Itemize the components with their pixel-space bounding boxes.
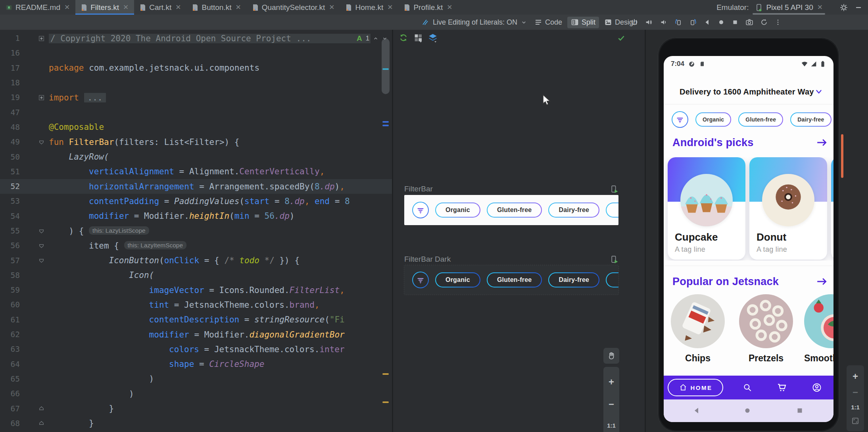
volume-down-button[interactable] [659, 18, 668, 27]
token: / Copyright 2020 The Android Open Source… [49, 34, 371, 43]
code-line-54: 54modifier = Modifier.heightIn(min = 56.… [0, 209, 392, 224]
nav-cart-button[interactable] [776, 382, 787, 393]
close-icon[interactable]: ✕ [64, 4, 70, 11]
layout-grid-icon[interactable] [413, 33, 423, 42]
nav-search-button[interactable] [742, 382, 753, 393]
code-text: verticalAlignment = Alignment.CenterVert… [49, 167, 392, 176]
android-overview-button[interactable] [795, 406, 805, 415]
close-icon[interactable]: ✕ [447, 4, 452, 11]
fold-open-icon[interactable] [38, 243, 44, 249]
zoom-actual-button[interactable]: 1:1 [607, 422, 616, 429]
mode-split[interactable]: Split [567, 17, 599, 28]
nav-profile-button[interactable] [812, 382, 822, 393]
pan-tool-button[interactable] [603, 348, 619, 364]
back-button[interactable] [703, 18, 711, 26]
live-edit-toggle[interactable]: Live Editing of Literals: ON [421, 15, 527, 30]
layers-icon[interactable] [428, 33, 438, 42]
snack-card-cupcake[interactable]: CupcakeA tag line [668, 157, 745, 260]
filter-chip-organic[interactable]: Organic [695, 112, 731, 127]
file-tab-profile-kt[interactable]: Profile.kt✕ [398, 0, 458, 15]
zoom-out-button[interactable]: − [609, 399, 614, 409]
zoom-in-button[interactable]: + [853, 372, 858, 381]
prev-issue-icon[interactable] [373, 36, 378, 41]
close-icon[interactable]: ✕ [175, 4, 181, 11]
filter-icon[interactable] [672, 111, 688, 128]
editor-scrollbar[interactable] [382, 39, 390, 94]
file-tab-button-kt[interactable]: Button.kt✕ [186, 0, 246, 15]
rotate-right-button[interactable] [689, 18, 697, 27]
filter-chip-organic[interactable]: Organic [435, 202, 480, 218]
rotate-left-button[interactable] [674, 18, 683, 27]
filter-icon[interactable] [412, 202, 429, 218]
popular-item-pretzels[interactable]: Pretzels [739, 294, 793, 348]
close-icon[interactable]: ✕ [235, 4, 241, 11]
mode-code[interactable]: Code [531, 17, 566, 28]
sync-refresh-icon[interactable] [399, 33, 408, 42]
close-icon[interactable]: ✕ [123, 4, 129, 11]
close-icon[interactable]: ✕ [387, 4, 393, 11]
delivery-address-row[interactable]: Delivery to 1600 Amphitheater Way [664, 82, 833, 101]
fold-plus-icon[interactable] [38, 94, 44, 100]
emulator-screen[interactable]: 7:04 Delivery to 1600 Amphitheater Way O… [664, 56, 833, 422]
token: Icon( [129, 270, 154, 280]
code-editor[interactable]: 1/ Copyright 2020 The Android Open Sourc… [0, 30, 392, 432]
filter-chip-gluten-free[interactable]: Gluten-free [487, 272, 542, 287]
fold-open-icon[interactable] [38, 228, 44, 234]
code-line-16: 16 [0, 46, 392, 60]
fold-plus-icon[interactable] [38, 35, 44, 41]
scrollbar-mark [382, 373, 389, 375]
fold-close-icon[interactable] [38, 420, 44, 426]
popular-item-smooth[interactable]: Smooth [804, 294, 833, 348]
line-number: 62 [0, 330, 20, 339]
token: ) [290, 211, 295, 221]
snack-card-donut[interactable]: DonutA tag line [749, 157, 827, 260]
token: */ [259, 256, 275, 265]
close-icon[interactable]: ✕ [817, 4, 823, 11]
chevron-down-icon[interactable] [814, 87, 823, 96]
fold-close-icon[interactable] [38, 406, 44, 412]
overview-button[interactable] [731, 18, 739, 26]
popular-item-chips[interactable]: Chips [671, 294, 725, 348]
filter-chip-organic[interactable]: Organic [435, 272, 480, 287]
fold-open-icon[interactable] [38, 139, 44, 145]
file-tab-quantityselector-kt[interactable]: QuantitySelector.kt✕ [247, 0, 340, 15]
zoom-out-button[interactable]: − [853, 388, 858, 397]
hide-panel-icon[interactable] [855, 4, 862, 12]
fold-open-icon[interactable] [38, 258, 44, 264]
android-back-button[interactable] [692, 406, 701, 415]
token: FilterList [290, 285, 340, 295]
inspections-widget[interactable]: A 1 [354, 33, 390, 44]
zoom-actual-button[interactable]: 1:1 [851, 404, 860, 411]
file-tab-filters-kt[interactable]: Filters.kt✕ [75, 0, 134, 15]
emulator-tab[interactable]: Pixel 5 API 30 ✕ [753, 0, 825, 15]
nav-home-button[interactable]: HOME [668, 379, 723, 396]
emulator-panel-label: Emulator: [716, 3, 749, 12]
snapshot-button[interactable] [760, 18, 768, 27]
power-button[interactable] [630, 18, 639, 27]
home-button[interactable] [717, 18, 725, 26]
arrow-right-icon[interactable] [816, 137, 828, 148]
file-tab-cart-kt[interactable]: Cart.kt✕ [134, 0, 186, 15]
more-button[interactable] [774, 18, 782, 26]
zoom-in-button[interactable]: + [609, 377, 614, 387]
close-icon[interactable]: ✕ [329, 4, 334, 11]
code-line-64: 64shape = CircleShape [0, 357, 392, 372]
filter-chip-dairy-free[interactable]: Dairy-free [548, 202, 599, 218]
filter-chip-dairy-free[interactable]: Dairy-free [790, 112, 831, 127]
file-tab-readme-md[interactable]: MREADME.md✕ [0, 0, 75, 15]
arrow-right-icon[interactable] [816, 276, 828, 287]
file-tab-home-kt[interactable]: Home.kt✕ [340, 0, 398, 15]
android-home-button[interactable] [743, 406, 752, 415]
filter-chip-gluten-free[interactable]: Gluten-free [487, 202, 542, 218]
filter-chip-gluten-free[interactable]: Gluten-free [738, 112, 783, 127]
next-issue-icon[interactable] [382, 36, 388, 41]
screenshot-button[interactable] [745, 18, 754, 27]
volume-up-button[interactable] [645, 18, 653, 27]
gear-icon[interactable] [839, 3, 848, 12]
filter-icon[interactable] [412, 272, 429, 288]
run-preview-icon[interactable] [610, 185, 618, 193]
zoom-fit-icon[interactable] [851, 417, 859, 425]
filter-chip-dairy-free[interactable]: Dairy-free [548, 272, 599, 287]
run-preview-icon[interactable] [610, 255, 618, 264]
gutter [20, 105, 49, 120]
